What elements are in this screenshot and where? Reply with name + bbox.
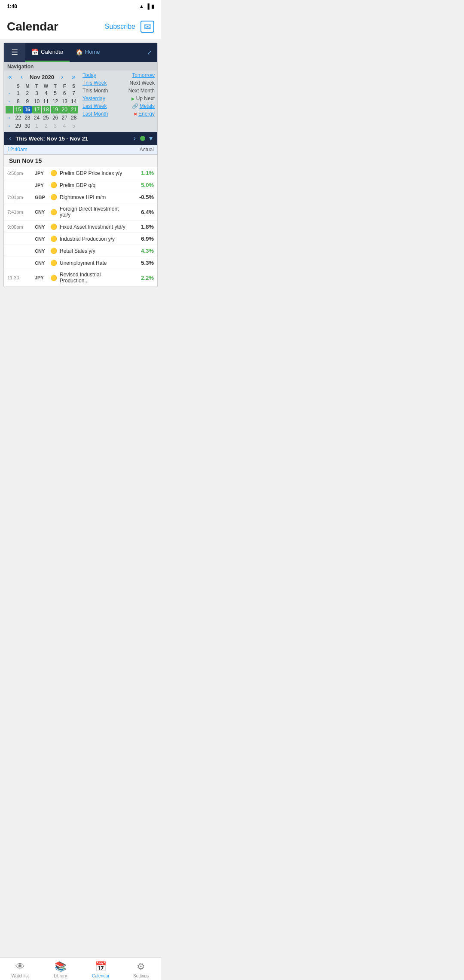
cal-day-4-2[interactable]: 23 (23, 114, 32, 122)
event-impact-1: 🟡 (50, 170, 57, 176)
cal-day-1-7[interactable]: 7 (69, 89, 78, 97)
tab-calendar[interactable]: 📅 Calendar (25, 43, 70, 62)
cal-day-4-1[interactable]: 22 (14, 114, 23, 122)
week-indicator-1[interactable]: » (6, 89, 13, 97)
cal-day-2-4[interactable]: 11 (42, 98, 51, 105)
home-tab-icon: 🏠 (76, 49, 83, 55)
event-item-4[interactable]: 7:41pm CNY 🟡 Foreign Direct Investment y… (4, 203, 157, 221)
prev-month-button[interactable]: « (6, 72, 14, 82)
ql-last-month[interactable]: Last Month (82, 111, 108, 117)
current-time[interactable]: 12:40am (7, 147, 27, 153)
event-currency-1: JPY (35, 171, 48, 176)
event-item-3[interactable]: 7:01pm GBP 🟡 Rightmove HPI m/m -0.5% (4, 191, 157, 203)
cal-day-1-1[interactable]: 1 (14, 89, 23, 97)
cal-day-5-2[interactable]: 30 (23, 122, 32, 130)
day-header-s2: S (69, 83, 78, 89)
cal-day-5-5[interactable]: 3 (51, 122, 60, 130)
cal-day-2-2[interactable]: 9 (23, 98, 32, 105)
cal-day-4-5[interactable]: 26 (51, 114, 60, 122)
ql-metals-label[interactable]: Metals (140, 103, 155, 109)
event-date-header: Sun Nov 15 (4, 155, 157, 167)
ql-next-week[interactable]: Next Week (130, 80, 155, 86)
nav-section-label: Navigation (4, 62, 157, 70)
energy-icon: ✖ (134, 112, 137, 116)
cal-day-5-1[interactable]: 29 (14, 122, 23, 130)
tab-home[interactable]: 🏠 Home (70, 43, 106, 62)
ql-next-month[interactable]: Next Month (128, 88, 155, 94)
calendar-tab-label: Calendar (41, 49, 64, 55)
cal-day-2-3[interactable]: 10 (32, 98, 41, 105)
cal-day-1-4[interactable]: 4 (42, 89, 51, 97)
widget-menu-button[interactable]: ☰ (4, 43, 25, 62)
ql-energy[interactable]: ✖ Energy (134, 111, 155, 117)
cal-day-5-7[interactable]: 5 (69, 122, 78, 130)
ql-up-next-label[interactable]: Up Next (136, 95, 155, 101)
cal-day-5-6[interactable]: 4 (60, 122, 69, 130)
ql-metals[interactable]: 🔗 Metals (132, 103, 155, 109)
event-item-2[interactable]: JPY 🟡 Prelim GDP q/q 5.0% (4, 179, 157, 191)
calendar-rows: »1234567»891011121314»15161718192021»222… (6, 89, 78, 130)
event-item-1[interactable]: 6:50pm JPY 🟡 Prelim GDP Price Index y/y … (4, 167, 157, 179)
cal-day-4-4[interactable]: 25 (42, 114, 51, 122)
cal-day-2-5[interactable]: 12 (51, 98, 60, 105)
event-item-7[interactable]: CNY 🟡 Retail Sales y/y 4.3% (4, 245, 157, 257)
cal-day-3-6[interactable]: 20 (60, 106, 69, 113)
filter-button[interactable]: ▼ (148, 135, 154, 142)
ql-this-month[interactable]: This Month (82, 88, 108, 94)
cal-day-1-6[interactable]: 6 (60, 89, 69, 97)
event-value-2: 5.0% (133, 182, 154, 188)
cal-day-4-6[interactable]: 27 (60, 114, 69, 122)
cal-day-2-7[interactable]: 14 (69, 98, 78, 105)
ql-yesterday[interactable]: Yesterday (82, 95, 105, 101)
event-currency-9: JPY (35, 275, 48, 280)
subscribe-button[interactable]: Subscribe (105, 23, 135, 31)
cal-day-3-5[interactable]: 19 (51, 106, 60, 113)
cal-day-4-7[interactable]: 28 (69, 114, 78, 122)
calendar-week-4: »22232425262728 (6, 114, 78, 122)
next-week-button[interactable]: › (59, 72, 65, 82)
event-currency-8: CNY (35, 260, 48, 266)
cal-day-3-7[interactable]: 21 (69, 106, 78, 113)
event-value-6: 6.9% (133, 236, 154, 242)
ql-energy-label[interactable]: Energy (138, 111, 155, 117)
event-item-9[interactable]: 11:30 JPY 🟡 Revised Industrial Productio… (4, 269, 157, 287)
event-item-6[interactable]: CNY 🟡 Industrial Production y/y 6.9% (4, 233, 157, 245)
cal-day-1-2[interactable]: 2 (23, 89, 32, 97)
ql-up-next[interactable]: ▶ Up Next (131, 95, 155, 101)
week-range-label: This Week: Nov 15 - Nov 21 (15, 135, 129, 142)
cal-day-2-1[interactable]: 8 (14, 98, 23, 105)
event-item-5[interactable]: 9:00pm CNY 🟡 Fixed Asset Investment ytd/… (4, 221, 157, 233)
mail-icon[interactable]: ✉ (140, 21, 154, 33)
week-indicator-3[interactable]: » (6, 106, 13, 113)
ql-last-week[interactable]: Last Week (82, 103, 107, 109)
event-time-5: 9:00pm (7, 224, 32, 230)
event-impact-8: 🟡 (50, 260, 57, 266)
day-header-w: W (42, 83, 51, 89)
event-item-8[interactable]: CNY 🟡 Unemployment Rate 5.3% (4, 257, 157, 269)
ql-this-week[interactable]: This Week (82, 80, 107, 86)
day-header-t1: T (32, 83, 41, 89)
week-indicator-2[interactable]: » (6, 98, 13, 105)
ql-tomorrow[interactable]: Tomorrow (132, 72, 155, 78)
cal-day-5-3[interactable]: 1 (32, 122, 41, 130)
week-next-button[interactable]: › (132, 135, 137, 142)
prev-week-button[interactable]: ‹ (19, 72, 24, 82)
day-header-m: M (23, 83, 32, 89)
next-month-button[interactable]: » (70, 72, 77, 82)
event-currency-4: CNY (35, 209, 48, 214)
status-icons: ▲ ▐ ▮ (139, 3, 154, 9)
week-indicator-5[interactable]: » (6, 122, 13, 130)
cal-day-4-3[interactable]: 24 (32, 114, 41, 122)
cal-day-1-3[interactable]: 3 (32, 89, 41, 97)
cal-day-3-1[interactable]: 15 (14, 106, 23, 113)
cal-day-3-2[interactable]: 16 (23, 106, 32, 113)
cal-day-3-3[interactable]: 17 (32, 106, 41, 113)
cal-day-5-4[interactable]: 2 (42, 122, 51, 130)
week-indicator-4[interactable]: » (6, 114, 13, 122)
cal-day-2-6[interactable]: 13 (60, 98, 69, 105)
cal-day-3-4[interactable]: 18 (42, 106, 51, 113)
ql-today[interactable]: Today (82, 72, 96, 78)
cal-day-1-5[interactable]: 5 (51, 89, 60, 97)
expand-button[interactable]: ⤢ (142, 43, 157, 62)
week-prev-button[interactable]: ‹ (7, 135, 13, 142)
